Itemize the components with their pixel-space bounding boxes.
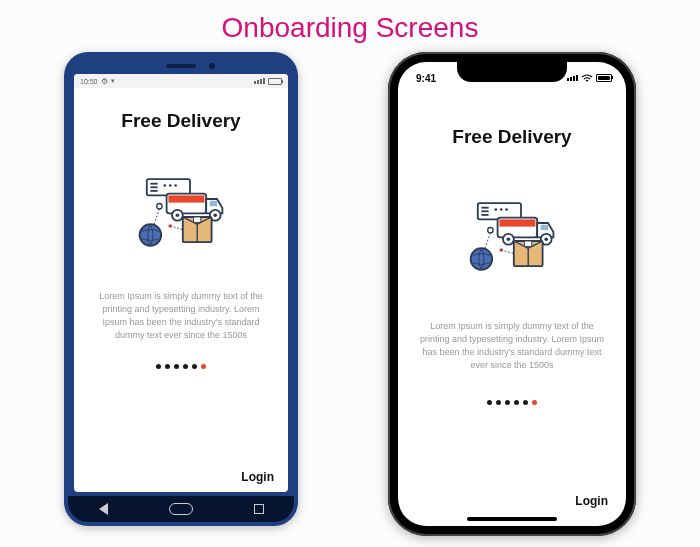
nav-back-icon[interactable] [99,503,108,515]
svg-point-27 [500,208,503,211]
android-nav-bar [68,496,294,522]
svg-rect-1 [150,183,157,185]
svg-rect-9 [210,201,217,206]
svg-rect-8 [168,195,204,202]
svg-point-18 [157,204,162,209]
android-bezel-top [74,62,288,74]
svg-point-11 [176,213,180,217]
status-time: 9:41 [416,73,436,84]
nav-home-icon[interactable] [169,503,193,515]
svg-rect-31 [541,225,548,230]
notch-icon [457,62,567,82]
android-phone-frame: 10:50 ⚙ ▾ Free Delivery [64,52,298,526]
delivery-illustration-icon [126,172,236,262]
svg-point-4 [163,184,166,187]
svg-line-43 [501,250,514,254]
svg-point-13 [213,213,217,217]
speaker-icon [166,64,196,68]
iphone-screen: 9:41 Free Delivery [398,62,626,526]
signal-icon [254,78,265,84]
gear-icon: ⚙ [101,77,108,86]
page-dot[interactable] [183,364,188,369]
svg-line-21 [170,226,183,230]
dropdown-icon: ▾ [111,77,115,85]
page-dot[interactable] [514,400,519,405]
onboarding-heading: Free Delivery [121,110,240,132]
svg-point-26 [494,208,497,211]
wifi-icon [581,74,593,83]
onboarding-content: Free Delivery [74,88,288,492]
svg-point-39 [471,248,493,270]
page-title: Onboarding Screens [0,0,700,44]
svg-rect-16 [194,217,201,222]
svg-point-5 [169,184,172,187]
svg-line-19 [154,209,159,224]
svg-point-17 [140,224,162,246]
page-dot[interactable] [505,400,510,405]
page-indicator[interactable] [487,400,537,405]
svg-point-35 [544,237,548,241]
svg-rect-23 [481,207,488,209]
svg-line-41 [485,233,490,248]
svg-rect-25 [481,214,488,216]
svg-rect-38 [525,241,532,246]
onboarding-description: Lorem Ipsum is simply dummy text of the … [414,320,610,372]
svg-rect-2 [150,186,157,188]
page-indicator[interactable] [156,364,206,369]
onboarding-content: Free Delivery [398,88,626,526]
onboarding-description: Lorem Ipsum is simply dummy text of the … [90,290,272,342]
onboarding-heading: Free Delivery [452,126,571,148]
home-indicator-icon[interactable] [467,517,557,521]
page-dot-active[interactable] [532,400,537,405]
page-dot[interactable] [487,400,492,405]
page-dot[interactable] [165,364,170,369]
battery-icon [268,78,282,85]
page-dot[interactable] [192,364,197,369]
camera-icon [209,63,215,69]
svg-rect-30 [499,219,535,226]
svg-point-6 [174,184,177,187]
svg-rect-3 [150,190,157,192]
svg-point-40 [488,228,493,233]
svg-point-33 [507,237,511,241]
page-dot[interactable] [174,364,179,369]
android-screen: 10:50 ⚙ ▾ Free Delivery [74,74,288,492]
svg-rect-24 [481,210,488,212]
login-button[interactable]: Login [241,470,274,484]
page-dot[interactable] [496,400,501,405]
page-dot[interactable] [523,400,528,405]
iphone-frame: 9:41 Free Delivery [388,52,636,536]
status-time: 10:50 [80,78,98,85]
svg-point-28 [505,208,508,211]
nav-recents-icon[interactable] [254,504,264,514]
page-dot-active[interactable] [201,364,206,369]
delivery-illustration-icon [457,196,567,286]
android-status-bar: 10:50 ⚙ ▾ [74,74,288,88]
battery-icon [596,74,612,82]
page-dot[interactable] [156,364,161,369]
login-button[interactable]: Login [575,494,608,508]
signal-icon [567,75,578,81]
